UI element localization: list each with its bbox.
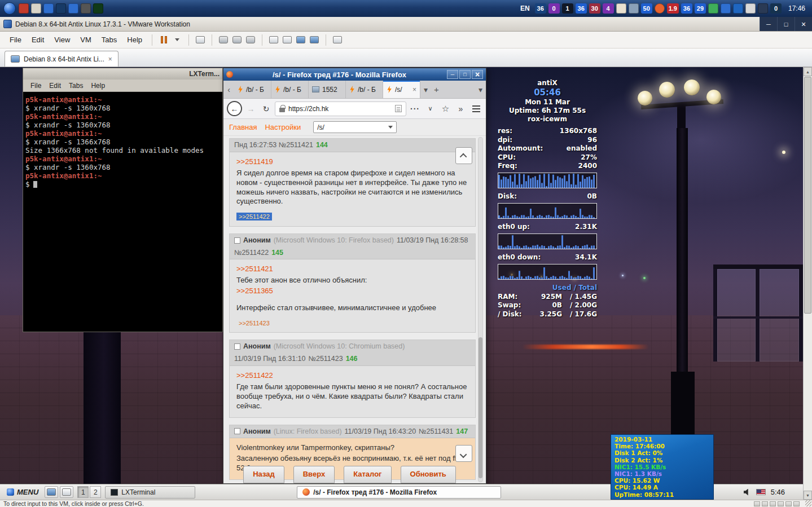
- unity-button[interactable]: [308, 33, 321, 47]
- screenshot-icon[interactable]: [81, 3, 91, 14]
- url-bar[interactable]: https://2ch.hk: [275, 102, 406, 116]
- browser-tab[interactable]: /b/ - Б: [346, 81, 383, 98]
- snapshot-take-button[interactable]: [217, 33, 230, 47]
- terminal-icon[interactable]: [93, 3, 103, 14]
- menu-tabs[interactable]: Tabs: [96, 33, 122, 47]
- workspace-button[interactable]: 1: [77, 486, 89, 498]
- media-player-icon[interactable]: [56, 3, 66, 14]
- menu-help[interactable]: Help: [122, 33, 147, 47]
- minimize-icon[interactable]: [447, 70, 458, 79]
- forward-button[interactable]: [244, 102, 257, 116]
- app-icon[interactable]: [721, 3, 731, 14]
- firefox-titlebar[interactable]: /s/ - Firefox тред #176 - Mozilla Firefo…: [223, 68, 486, 81]
- hand-icon[interactable]: [616, 3, 626, 14]
- tray-badge[interactable]: 36: [576, 3, 587, 14]
- tray-badge[interactable]: 1.9: [667, 3, 679, 14]
- workspace-button[interactable]: 2: [90, 486, 101, 498]
- app-window-icon[interactable]: [68, 3, 78, 14]
- volume-icon[interactable]: [744, 489, 751, 496]
- input-flag-icon[interactable]: [745, 3, 756, 14]
- list-all-tabs-icon[interactable]: [475, 81, 486, 98]
- post-ordinal[interactable]: 147: [456, 427, 468, 437]
- board-nav-link[interactable]: Настройки: [265, 123, 301, 131]
- start-orb-icon[interactable]: [3, 2, 16, 15]
- browser-tab[interactable]: /b/ - Б: [271, 81, 309, 98]
- maximize-icon[interactable]: [777, 17, 795, 31]
- tray-badge[interactable]: 36: [535, 3, 546, 14]
- tab-close-icon[interactable]: [412, 86, 416, 94]
- menu-view[interactable]: View: [49, 33, 75, 47]
- post-number[interactable]: №2511422: [234, 248, 269, 258]
- scrollbar-thumb[interactable]: [479, 337, 482, 478]
- explorer-icon[interactable]: [31, 3, 41, 14]
- reader-mode-icon[interactable]: [395, 105, 402, 112]
- reload-button[interactable]: [260, 102, 273, 116]
- vm-screen[interactable]: LXTerm... FileEditTabsHelp p5k-antix@ant…: [0, 67, 803, 500]
- terminal-menu-edit[interactable]: Edit: [45, 81, 65, 91]
- tab-close-icon[interactable]: [108, 55, 112, 63]
- thread-footer-button[interactable]: Вверх: [293, 466, 335, 483]
- tray-badge[interactable]: 1: [562, 3, 573, 14]
- thread-footer-button[interactable]: Обновить: [401, 466, 456, 483]
- speaker-icon[interactable]: [758, 3, 768, 14]
- post-checkbox[interactable]: [234, 343, 240, 350]
- url-text[interactable]: https://2ch.hk: [288, 105, 392, 113]
- close-icon[interactable]: [795, 17, 812, 31]
- printer-status-icon[interactable]: [793, 501, 800, 506]
- browser-tab[interactable]: /b/ - Б: [234, 81, 271, 98]
- tray-badge[interactable]: 29: [695, 3, 706, 14]
- browser-tab[interactable]: /s/: [383, 81, 420, 98]
- snapshot-revert-button[interactable]: [230, 33, 244, 47]
- board-nav-link[interactable]: Главная: [229, 123, 257, 131]
- activity-icon[interactable]: [708, 3, 718, 14]
- cdrom-status-icon[interactable]: [762, 501, 768, 506]
- usb-status-icon[interactable]: [778, 501, 784, 506]
- firefox-icon[interactable]: [655, 3, 665, 14]
- power-dropdown[interactable]: [170, 33, 184, 47]
- tray-badge[interactable]: 30: [589, 3, 600, 14]
- reply-backlink[interactable]: >>2511423: [236, 319, 272, 327]
- scroll-to-top-button[interactable]: [455, 147, 472, 164]
- language-indicator[interactable]: EN: [520, 5, 530, 12]
- post-reply-link[interactable]: >>2511422: [236, 371, 468, 381]
- overflow-menu-icon[interactable]: [454, 102, 467, 116]
- resize-grip[interactable]: [805, 500, 811, 506]
- vm-viewport-scrollbar[interactable]: [803, 67, 812, 500]
- thread-content[interactable]: Пнд 16:27:53 №2511421144>>2511419Я сидел…: [223, 136, 486, 483]
- browser-tab[interactable]: 1552: [309, 81, 346, 98]
- terminal-menu-help[interactable]: Help: [87, 81, 109, 91]
- bookmark-star-icon[interactable]: [439, 102, 452, 116]
- post-ordinal[interactable]: 145: [271, 248, 283, 258]
- new-tab-button[interactable]: [431, 81, 442, 98]
- post-ordinal[interactable]: 144: [316, 140, 328, 150]
- bluetooth-icon[interactable]: [733, 3, 743, 14]
- tray-badge[interactable]: 36: [681, 3, 692, 14]
- sound-status-icon[interactable]: [785, 501, 792, 506]
- keyboard-flag-icon[interactable]: [756, 489, 766, 495]
- lock-icon[interactable]: [279, 108, 285, 112]
- show-library-button[interactable]: [267, 33, 280, 47]
- terminal-titlebar[interactable]: LXTerm...: [23, 68, 222, 80]
- window-list-button[interactable]: [60, 486, 73, 498]
- scrollbar-up-icon[interactable]: [804, 67, 812, 76]
- board-select[interactable]: /s/: [313, 121, 397, 133]
- terminal-menu-tabs[interactable]: Tabs: [65, 81, 87, 91]
- tray-badge[interactable]: 4: [603, 3, 614, 14]
- network-icon[interactable]: [629, 3, 639, 14]
- terminal-menu-file[interactable]: File: [27, 81, 45, 91]
- tray-badge[interactable]: 50: [641, 3, 652, 14]
- page-scrollbar[interactable]: [478, 137, 483, 482]
- post-number[interactable]: №2511423: [309, 354, 343, 364]
- thumbnail-bar-button[interactable]: [280, 33, 294, 47]
- post-reply-link[interactable]: >>2511365: [236, 286, 468, 296]
- minimize-icon[interactable]: [760, 17, 777, 31]
- network-status-icon[interactable]: [770, 501, 776, 506]
- maximize-icon[interactable]: [459, 70, 471, 79]
- page-actions-icon[interactable]: [409, 102, 422, 116]
- scroll-to-bottom-button[interactable]: [455, 445, 472, 462]
- terminal-window[interactable]: LXTerm... FileEditTabsHelp p5k-antix@ant…: [23, 68, 223, 332]
- back-button[interactable]: [227, 101, 242, 116]
- menu-file[interactable]: File: [5, 33, 27, 47]
- windows-icon[interactable]: [19, 3, 29, 14]
- task-button[interactable]: LXTerminal: [105, 486, 195, 499]
